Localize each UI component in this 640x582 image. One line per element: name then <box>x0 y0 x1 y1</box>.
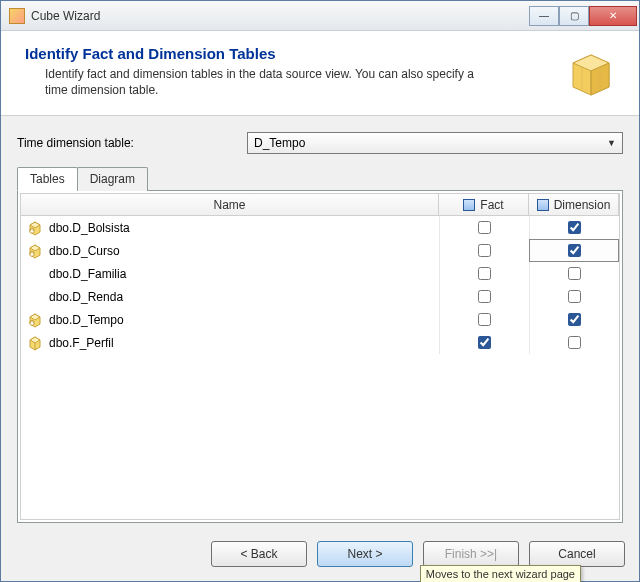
time-dimension-row: Time dimension table: D_Tempo ▼ <box>17 132 623 154</box>
minimize-button[interactable]: — <box>529 6 559 26</box>
col-dimension-label: Dimension <box>554 198 611 212</box>
dimension-cell[interactable] <box>529 216 619 239</box>
row-name-cell: dbo.D_Bolsista <box>21 220 439 236</box>
tab-diagram[interactable]: Diagram <box>77 167 148 191</box>
row-name-cell: dbo.F_Perfil <box>21 335 439 351</box>
table-row[interactable]: dbo.D_Curso <box>21 239 619 262</box>
close-button[interactable]: ✕ <box>589 6 637 26</box>
fact-cell[interactable] <box>439 308 529 331</box>
row-name-cell: dbo.D_Tempo <box>21 312 439 328</box>
window-buttons: — ▢ ✕ <box>529 6 637 26</box>
dimension-cell[interactable] <box>529 262 619 285</box>
dimension-column-check-icon <box>537 199 549 211</box>
row-name-cell: dbo.D_Renda <box>21 290 439 304</box>
table-row[interactable]: dbo.D_Renda <box>21 285 619 308</box>
finish-button: Finish >>| <box>423 541 519 567</box>
table-row[interactable]: dbo.F_Perfil <box>21 331 619 354</box>
header-text: Identify Fact and Dimension Tables Ident… <box>25 45 551 98</box>
tabstrip: Tables Diagram <box>17 167 623 191</box>
table-name: dbo.D_Tempo <box>49 313 124 327</box>
col-dimension[interactable]: Dimension <box>529 194 619 215</box>
dimension-checkbox[interactable] <box>568 290 581 303</box>
fact-checkbox[interactable] <box>478 244 491 257</box>
table-row[interactable]: dbo.D_Familia <box>21 262 619 285</box>
fact-column-check-icon <box>463 199 475 211</box>
table-row[interactable]: dbo.D_Bolsista <box>21 216 619 239</box>
tables-panel: Name Fact Dimension dbo.D_Bolsistadbo.D_… <box>17 190 623 523</box>
next-button[interactable]: Next > <box>317 541 413 567</box>
grid-header: Name Fact Dimension <box>21 194 619 216</box>
cube-wizard-window: Cube Wizard — ▢ ✕ Identify Fact and Dime… <box>0 0 640 582</box>
fact-cell[interactable] <box>439 285 529 308</box>
table-row[interactable]: dbo.D_Tempo <box>21 308 619 331</box>
page-description: Identify fact and dimension tables in th… <box>25 66 485 98</box>
time-dimension-value: D_Tempo <box>254 136 305 150</box>
table-name: dbo.D_Curso <box>49 244 120 258</box>
cube-header-icon <box>563 45 619 101</box>
dimension-cell[interactable] <box>529 331 619 354</box>
time-dimension-combo[interactable]: D_Tempo ▼ <box>247 132 623 154</box>
table-name: dbo.D_Renda <box>49 290 123 304</box>
dimension-checkbox[interactable] <box>568 313 581 326</box>
cube-icon <box>9 8 25 24</box>
cancel-button[interactable]: Cancel <box>529 541 625 567</box>
titlebar: Cube Wizard — ▢ ✕ <box>1 1 639 31</box>
col-fact-label: Fact <box>480 198 503 212</box>
col-fact[interactable]: Fact <box>439 194 529 215</box>
col-name[interactable]: Name <box>21 194 439 215</box>
dimension-cell[interactable] <box>529 308 619 331</box>
wizard-footer: < Back Next > Finish >>| Cancel Moves to… <box>1 531 639 581</box>
fact-checkbox[interactable] <box>478 336 491 349</box>
row-name-cell: dbo.D_Curso <box>21 243 439 259</box>
dimension-checkbox[interactable] <box>568 221 581 234</box>
table-name: dbo.D_Bolsista <box>49 221 130 235</box>
table-name: dbo.F_Perfil <box>49 336 114 350</box>
fact-cell[interactable] <box>439 262 529 285</box>
table-name: dbo.D_Familia <box>49 267 126 281</box>
dimension-cell[interactable] <box>529 285 619 308</box>
time-dimension-label: Time dimension table: <box>17 136 247 150</box>
back-button[interactable]: < Back <box>211 541 307 567</box>
fact-cell[interactable] <box>439 239 529 262</box>
fact-checkbox[interactable] <box>478 313 491 326</box>
dimension-checkbox[interactable] <box>568 267 581 280</box>
fact-cell[interactable] <box>439 216 529 239</box>
chevron-down-icon: ▼ <box>607 138 616 148</box>
row-name-cell: dbo.D_Familia <box>21 267 439 281</box>
maximize-button[interactable]: ▢ <box>559 6 589 26</box>
grid-body: dbo.D_Bolsistadbo.D_Cursodbo.D_Familiadb… <box>21 216 619 519</box>
tables-grid: Name Fact Dimension dbo.D_Bolsistadbo.D_… <box>20 193 620 520</box>
fact-checkbox[interactable] <box>478 221 491 234</box>
dimension-checkbox[interactable] <box>568 336 581 349</box>
fact-cell[interactable] <box>439 331 529 354</box>
next-tooltip: Moves to the next wizard page <box>420 565 581 582</box>
wizard-header: Identify Fact and Dimension Tables Ident… <box>1 31 639 116</box>
fact-checkbox[interactable] <box>478 267 491 280</box>
fact-checkbox[interactable] <box>478 290 491 303</box>
dimension-cell[interactable] <box>529 239 619 262</box>
window-title: Cube Wizard <box>31 9 529 23</box>
page-title: Identify Fact and Dimension Tables <box>25 45 551 62</box>
wizard-body: Time dimension table: D_Tempo ▼ Tables D… <box>1 116 639 531</box>
tab-tables[interactable]: Tables <box>17 167 78 191</box>
dimension-checkbox[interactable] <box>568 244 581 257</box>
